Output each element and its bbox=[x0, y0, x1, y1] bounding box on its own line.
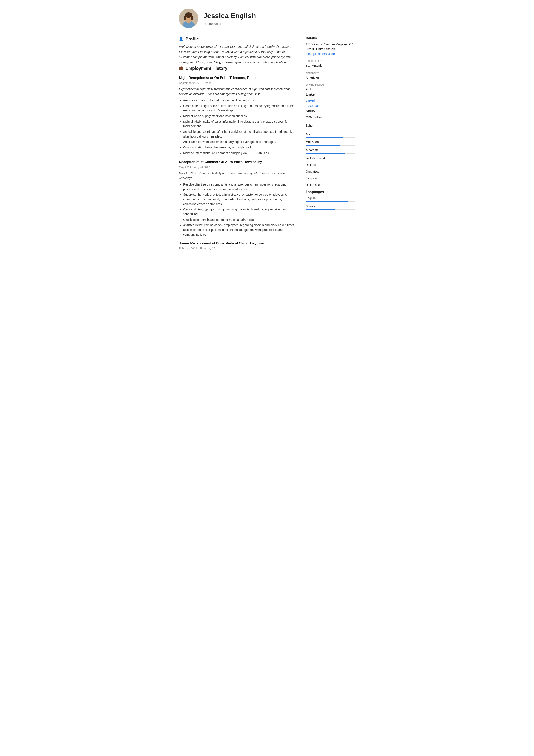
job-entry-1: Night Receptionist at On Point Telecoms,… bbox=[179, 75, 295, 156]
skill-item: Zoho bbox=[306, 123, 355, 129]
list-item: Audit cash drawers and maintain daily lo… bbox=[183, 140, 295, 145]
list-item: Answer incoming calls and respond to cli… bbox=[183, 98, 295, 103]
languages-section: Languages English Spanish bbox=[306, 189, 355, 210]
skill-item: SAP bbox=[306, 131, 355, 138]
language-name: English bbox=[306, 196, 355, 200]
job-dates-1: September 2017 – Present bbox=[179, 81, 295, 85]
skill-item: Organized bbox=[306, 169, 355, 174]
profile-icon: 👤 bbox=[179, 36, 183, 42]
skill-bar-bg bbox=[306, 121, 355, 121]
avatar bbox=[179, 9, 198, 28]
candidate-subtitle: Receptionist bbox=[203, 21, 256, 26]
skill-name: Well Groomed bbox=[306, 156, 355, 161]
skill-bar-fill bbox=[306, 129, 348, 129]
skill-name: Organized bbox=[306, 169, 355, 174]
skills-section: Skills CRM Software Zoho SAP MediCare bbox=[306, 109, 355, 187]
skill-bar-fill bbox=[306, 137, 343, 138]
list-item: Assisted in the training of new employee… bbox=[183, 223, 295, 237]
languages-list: English Spanish bbox=[306, 196, 355, 210]
skill-name: CRM Software bbox=[306, 115, 355, 120]
skill-bar-fill bbox=[306, 153, 345, 154]
job-title-2: Receptionist at Commercial Auto Parts, T… bbox=[179, 159, 295, 165]
language-item: English bbox=[306, 196, 355, 202]
resume-wrapper: Jessica English Receptionist 👤 Profile P… bbox=[170, 0, 364, 261]
list-item: Maintain daily intake of sales informati… bbox=[183, 120, 295, 129]
list-item: Communication liaison between day and ni… bbox=[183, 145, 295, 150]
profile-section: 👤 Profile Professional receptionist with… bbox=[179, 36, 295, 65]
lang-bar-bg bbox=[306, 209, 355, 210]
job-title-1: Night Receptionist at On Point Telecoms,… bbox=[179, 75, 295, 80]
skills-list: CRM Software Zoho SAP MediCare bbox=[306, 115, 355, 187]
skill-bar-bg bbox=[306, 153, 355, 154]
skill-bar-fill bbox=[306, 121, 350, 121]
place-of-birth-label: Place of birth bbox=[306, 59, 355, 63]
job-entry-3: Junior Receptionist at Dove Medical Clin… bbox=[179, 241, 295, 251]
skill-name: SAP bbox=[306, 131, 355, 136]
list-item: Schedule and coordinate after hour activ… bbox=[183, 129, 295, 139]
skill-item: Reliable bbox=[306, 163, 355, 167]
lang-bar-fill bbox=[306, 201, 348, 202]
header-info: Jessica English Receptionist bbox=[203, 11, 256, 26]
skill-item: Automate bbox=[306, 148, 355, 154]
skill-item: Well Groomed bbox=[306, 156, 355, 161]
list-item: Coordinate all night office duties such … bbox=[183, 104, 295, 113]
nationality-label: Nationality bbox=[306, 71, 355, 75]
employment-section: 💼 Employment History Night Receptionist … bbox=[179, 65, 295, 251]
list-item: Manage international and domestic shippi… bbox=[183, 151, 295, 156]
skill-name: MediCare bbox=[306, 140, 355, 144]
list-item: Monitor office supply stock and kitchen … bbox=[183, 114, 295, 119]
list-item: Clerical duties, typing, copying, mannin… bbox=[183, 207, 295, 216]
skill-bar-bg bbox=[306, 129, 355, 129]
link-facebook[interactable]: Facebook bbox=[306, 103, 355, 108]
list-item: Resolve client service complaints and an… bbox=[183, 182, 295, 192]
skill-name: Eloquent bbox=[306, 176, 355, 180]
detail-address: 1515 Pacific Ave, Los Angeles, CA 90291,… bbox=[306, 42, 355, 52]
skill-name: Diplomatic bbox=[306, 183, 355, 187]
job-title-3: Junior Receptionist at Dove Medical Clin… bbox=[179, 241, 295, 246]
lang-bar-fill bbox=[306, 209, 335, 210]
svg-point-5 bbox=[184, 16, 186, 20]
skill-item: Diplomatic bbox=[306, 183, 355, 187]
language-name: Spanish bbox=[306, 204, 355, 208]
languages-title: Languages bbox=[306, 189, 355, 195]
main-column: 👤 Profile Professional receptionist with… bbox=[179, 36, 295, 253]
skills-title: Skills bbox=[306, 109, 355, 114]
links-section: Links Linkedin Facebook bbox=[306, 92, 355, 108]
lang-bar-bg bbox=[306, 201, 355, 202]
skill-name: Reliable bbox=[306, 163, 355, 167]
job-entry-2: Receptionist at Commercial Auto Parts, T… bbox=[179, 159, 295, 237]
skill-bar-bg bbox=[306, 137, 355, 138]
employment-section-title: 💼 Employment History bbox=[179, 65, 295, 71]
details-title: Details bbox=[306, 36, 355, 41]
list-item: Supervise the work of office, administra… bbox=[183, 192, 295, 206]
link-linkedin[interactable]: Linkedin bbox=[306, 98, 355, 103]
details-section: Details 1515 Pacific Ave, Los Angeles, C… bbox=[306, 36, 355, 92]
job-bullets-2: Resolve client service complaints and an… bbox=[179, 182, 295, 237]
body-columns: 👤 Profile Professional receptionist with… bbox=[179, 36, 355, 253]
candidate-name: Jessica English bbox=[203, 11, 256, 21]
job-summary-2: Handle 100 customer calls daily and serv… bbox=[179, 171, 295, 180]
skill-item: Eloquent bbox=[306, 176, 355, 180]
job-summary-1: Experienced in night desk working and co… bbox=[179, 87, 295, 96]
links-title: Links bbox=[306, 92, 355, 97]
detail-driving-license: Full bbox=[306, 87, 355, 92]
profile-text: Professional receptionist with strong in… bbox=[179, 44, 295, 65]
skill-name: Zoho bbox=[306, 123, 355, 128]
job-dates-3: February 2013 – February 2014 bbox=[179, 246, 295, 251]
svg-point-6 bbox=[191, 16, 193, 20]
skill-bar-bg bbox=[306, 145, 355, 146]
skill-name: Automate bbox=[306, 148, 355, 152]
skill-item: CRM Software bbox=[306, 115, 355, 121]
profile-section-title: 👤 Profile bbox=[179, 36, 295, 42]
driving-license-label: Driving license bbox=[306, 83, 355, 87]
skill-item: MediCare bbox=[306, 140, 355, 146]
skill-bar-fill bbox=[306, 145, 340, 146]
job-dates-2: May 2014 – August 2017 bbox=[179, 165, 295, 169]
header: Jessica English Receptionist bbox=[179, 9, 355, 28]
detail-email: example@email.com bbox=[306, 52, 355, 56]
svg-point-7 bbox=[187, 17, 188, 18]
detail-nationality: American bbox=[306, 75, 355, 80]
employment-icon: 💼 bbox=[179, 66, 183, 71]
list-item: Check customers in and out up to 50 on a… bbox=[183, 218, 295, 222]
svg-point-8 bbox=[190, 17, 191, 18]
